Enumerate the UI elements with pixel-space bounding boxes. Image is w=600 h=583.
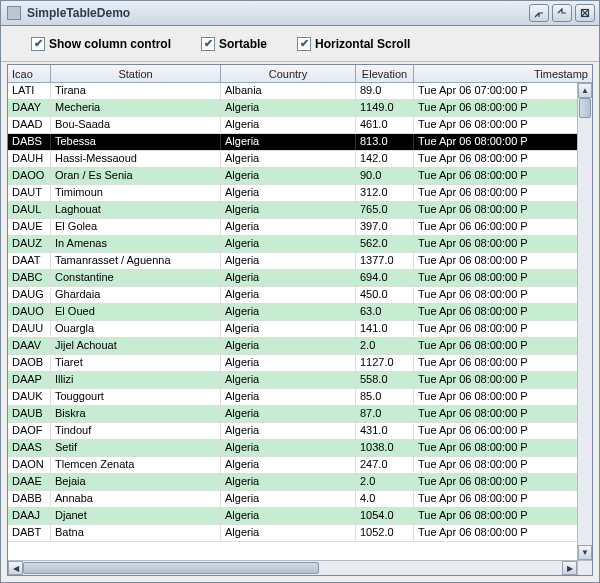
scroll-right-arrow-icon[interactable]: ▶ [562,561,577,575]
scroll-up-arrow-icon[interactable]: ▲ [578,83,592,98]
cell-country: Algeria [221,508,356,524]
table-row[interactable]: DAUEEl GoleaAlgeria397.0Tue Apr 06 06:00… [8,219,577,236]
table-row[interactable]: DAASSetifAlgeria1038.0Tue Apr 06 08:00:0… [8,440,577,457]
cell-icao: DABS [8,134,51,150]
cell-elevation: 461.0 [356,117,414,133]
cell-icao: DAUO [8,304,51,320]
table-row[interactable]: DABSTebessaAlgeria813.0Tue Apr 06 08:00:… [8,134,577,151]
cell-station: Tiaret [51,355,221,371]
cell-icao: DAUU [8,321,51,337]
cell-country: Algeria [221,338,356,354]
table-row[interactable]: DAUKTouggourtAlgeria85.0Tue Apr 06 08:00… [8,389,577,406]
table-row[interactable]: DAOFTindoufAlgeria431.0Tue Apr 06 06:00:… [8,423,577,440]
table-row[interactable]: DABTBatnaAlgeria1052.0Tue Apr 06 08:00:0… [8,525,577,542]
cell-elevation: 2.0 [356,474,414,490]
checkbox-label: Sortable [219,37,267,51]
cell-elevation: 1127.0 [356,355,414,371]
table-row[interactable]: DAUBBiskraAlgeria87.0Tue Apr 06 08:00:00… [8,406,577,423]
cell-icao: LATI [8,83,51,99]
horizontal-scroll-checkbox[interactable]: ✔ Horizontal Scroll [297,37,410,51]
table-row[interactable]: DAAYMecheriaAlgeria1149.0Tue Apr 06 08:0… [8,100,577,117]
cell-timestamp: Tue Apr 06 08:00:00 P [414,440,577,456]
cell-elevation: 558.0 [356,372,414,388]
cell-country: Algeria [221,389,356,405]
cell-elevation: 431.0 [356,423,414,439]
table-row[interactable]: LATITiranaAlbania89.0Tue Apr 06 07:00:00… [8,83,577,100]
cell-country: Algeria [221,236,356,252]
table-row[interactable]: DAAJDjanetAlgeria1054.0Tue Apr 06 08:00:… [8,508,577,525]
cell-elevation: 765.0 [356,202,414,218]
table-row[interactable]: DAUTTimimounAlgeria312.0Tue Apr 06 08:00… [8,185,577,202]
cell-country: Algeria [221,287,356,303]
cell-icao: DABB [8,491,51,507]
cell-country: Algeria [221,406,356,422]
scroll-left-arrow-icon[interactable]: ◀ [8,561,23,575]
table-row[interactable]: DAONTlemcen ZenataAlgeria247.0Tue Apr 06… [8,457,577,474]
cell-country: Algeria [221,117,356,133]
check-icon: ✔ [31,37,45,51]
table-row[interactable]: DAATTamanrasset / AguennaAlgeria1377.0Tu… [8,253,577,270]
hscroll-thumb[interactable] [23,562,319,574]
table-row[interactable]: DABBAnnabaAlgeria4.0Tue Apr 06 08:00:00 … [8,491,577,508]
cell-icao: DAAP [8,372,51,388]
table-row[interactable]: DAOBTiaretAlgeria1127.0Tue Apr 06 08:00:… [8,355,577,372]
table-row[interactable]: DAOOOran / Es SeniaAlgeria90.0Tue Apr 06… [8,168,577,185]
vertical-scrollbar[interactable]: ▲ ▼ [577,83,592,560]
table-row[interactable]: DAUHHassi-MessaoudAlgeria142.0Tue Apr 06… [8,151,577,168]
cell-timestamp: Tue Apr 06 08:00:00 P [414,525,577,541]
cell-country: Algeria [221,304,356,320]
checkbox-label: Horizontal Scroll [315,37,410,51]
column-header-timestamp[interactable]: Timestamp [414,65,592,82]
table-row[interactable]: DAAEBejaiaAlgeria2.0Tue Apr 06 08:00:00 … [8,474,577,491]
sortable-checkbox[interactable]: ✔ Sortable [201,37,267,51]
minimize-button[interactable] [529,4,549,22]
cell-timestamp: Tue Apr 06 08:00:00 P [414,474,577,490]
table-body: LATITiranaAlbania89.0Tue Apr 06 07:00:00… [8,83,577,560]
cell-timestamp: Tue Apr 06 08:00:00 P [414,355,577,371]
cell-station: Batna [51,525,221,541]
table-row[interactable]: DAAVJijel AchouatAlgeria2.0Tue Apr 06 08… [8,338,577,355]
table-row[interactable]: DAUZIn AmenasAlgeria562.0Tue Apr 06 08:0… [8,236,577,253]
cell-timestamp: Tue Apr 06 08:00:00 P [414,372,577,388]
cell-timestamp: Tue Apr 06 08:00:00 P [414,270,577,286]
column-header-country[interactable]: Country [221,65,356,82]
table-header: Icao Station Country Elevation Timestamp [8,65,592,83]
cell-timestamp: Tue Apr 06 07:00:00 P [414,83,577,99]
column-header-elevation[interactable]: Elevation [356,65,414,82]
cell-station: Tirana [51,83,221,99]
cell-elevation: 1052.0 [356,525,414,541]
cell-station: El Golea [51,219,221,235]
cell-country: Algeria [221,202,356,218]
table-row[interactable]: DAADBou-SaadaAlgeria461.0Tue Apr 06 08:0… [8,117,577,134]
cell-country: Algeria [221,474,356,490]
table-row[interactable]: DABCConstantineAlgeria694.0Tue Apr 06 08… [8,270,577,287]
cell-icao: DAUZ [8,236,51,252]
cell-station: Constantine [51,270,221,286]
cell-timestamp: Tue Apr 06 08:00:00 P [414,253,577,269]
cell-icao: DAUG [8,287,51,303]
horizontal-scrollbar[interactable]: ◀ ▶ [8,560,577,575]
vscroll-thumb[interactable] [579,98,591,118]
show-column-control-checkbox[interactable]: ✔ Show column control [31,37,171,51]
vscroll-track[interactable] [578,98,592,545]
titlebar[interactable]: SimpleTableDemo [1,1,599,26]
hscroll-track[interactable] [23,561,562,575]
cell-station: Oran / Es Senia [51,168,221,184]
table-row[interactable]: DAUOEl OuedAlgeria63.0Tue Apr 06 08:00:0… [8,304,577,321]
cell-station: Biskra [51,406,221,422]
table-row[interactable]: DAAPIlliziAlgeria558.0Tue Apr 06 08:00:0… [8,372,577,389]
table-row[interactable]: DAULLaghouatAlgeria765.0Tue Apr 06 08:00… [8,202,577,219]
cell-icao: DAOB [8,355,51,371]
scroll-down-arrow-icon[interactable]: ▼ [578,545,592,560]
column-header-icao[interactable]: Icao [8,65,51,82]
close-button[interactable] [575,4,595,22]
column-header-station[interactable]: Station [51,65,221,82]
scrollbar-corner [577,560,592,575]
table-row[interactable]: DAUUOuarglaAlgeria141.0Tue Apr 06 08:00:… [8,321,577,338]
maximize-button[interactable] [552,4,572,22]
cell-timestamp: Tue Apr 06 08:00:00 P [414,508,577,524]
cell-elevation: 694.0 [356,270,414,286]
cell-elevation: 1377.0 [356,253,414,269]
table-row[interactable]: DAUGGhardaiaAlgeria450.0Tue Apr 06 08:00… [8,287,577,304]
cell-station: Mecheria [51,100,221,116]
